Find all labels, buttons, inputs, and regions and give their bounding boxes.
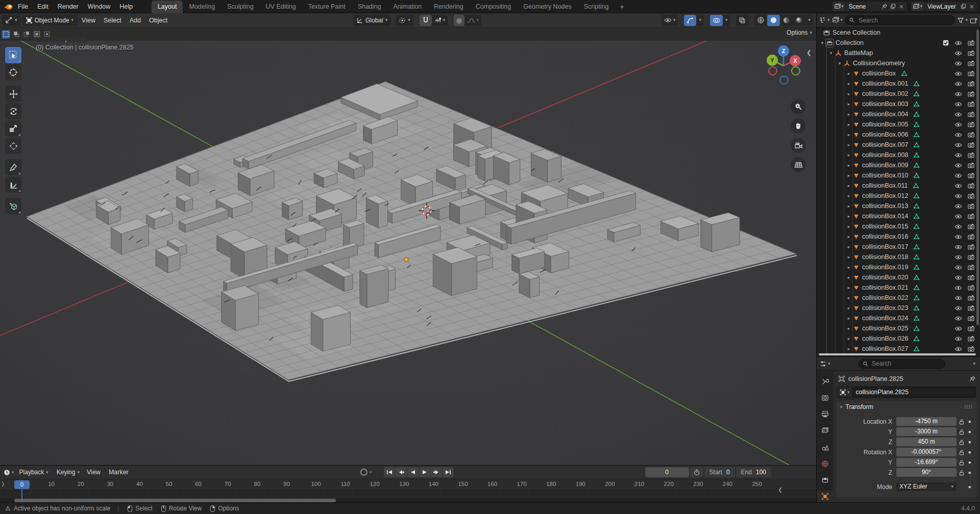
scene-name[interactable]: Scene <box>845 3 881 10</box>
outliner-display-mode-dropdown[interactable]: ▾ <box>832 16 843 24</box>
render-camera-icon[interactable] <box>967 39 975 47</box>
expand-icon[interactable]: ▸ <box>845 142 852 147</box>
timeline-editor-type-button[interactable]: ▾ <box>3 469 14 476</box>
render-camera-icon[interactable] <box>967 345 975 353</box>
copy-viewlayer-icon[interactable] <box>960 3 967 10</box>
viewport-options-dropdown[interactable]: Options▾ <box>787 29 812 36</box>
outliner-item-collision-box[interactable]: ▸ collisionBox.027 <box>817 344 980 354</box>
expand-icon[interactable]: ▸ <box>845 71 852 76</box>
panel-grip-icon[interactable] <box>964 404 973 409</box>
transform-panel-header[interactable]: ▾ Transform <box>836 401 977 413</box>
hide-eye-icon[interactable] <box>954 264 962 271</box>
render-camera-icon[interactable] <box>967 253 975 261</box>
menu-select[interactable]: Select <box>100 17 126 24</box>
expand-icon[interactable]: ▸ <box>845 101 852 107</box>
object-name-value[interactable]: collisionPlane.2825 <box>852 389 912 396</box>
hide-eye-icon[interactable] <box>954 345 962 353</box>
outliner-item-collision-box[interactable]: ▸ collisionBox.014 <box>817 211 980 221</box>
sidebar-collapse-arrow[interactable]: ❮ <box>806 49 812 56</box>
tool-measure[interactable] <box>5 176 21 193</box>
hide-eye-icon[interactable] <box>954 111 962 118</box>
object-name-field[interactable]: ▾ collisionPlane.2825 <box>837 387 976 398</box>
expand-icon[interactable]: ▸ <box>845 285 852 290</box>
hide-eye-icon[interactable] <box>954 70 962 78</box>
tab-world[interactable] <box>818 458 831 470</box>
hide-eye-icon[interactable] <box>954 304 962 312</box>
expand-icon[interactable]: ▸ <box>845 152 852 158</box>
outliner-item-collision-box[interactable]: ▸ collisionBox.012 <box>817 191 980 201</box>
timeline-tick[interactable]: 130 <box>404 479 414 487</box>
outliner-search-input[interactable] <box>857 16 951 24</box>
breadcrumb-object-name[interactable]: collisionPlane.2825 <box>848 375 903 382</box>
outliner-item-collision-box[interactable]: ▸ collisionBox.025 <box>817 323 980 333</box>
unlink-scene-icon[interactable] <box>898 4 904 10</box>
outliner-item-collision-box[interactable]: ▸ collisionBox.022 <box>817 293 980 303</box>
render-camera-icon[interactable] <box>967 202 975 210</box>
expand-icon[interactable]: ▸ <box>845 244 852 249</box>
hide-eye-icon[interactable] <box>954 335 962 343</box>
show-gizmo-toggle[interactable] <box>684 15 696 26</box>
hide-eye-icon[interactable] <box>954 60 962 67</box>
outliner-item-collision-box[interactable]: ▸ collisionBox.023 <box>817 303 980 313</box>
object-browse-icon[interactable]: ▾ <box>838 387 852 397</box>
hide-eye-icon[interactable] <box>954 223 962 230</box>
hide-eye-icon[interactable] <box>954 172 962 179</box>
expand-icon[interactable]: ▸ <box>845 224 852 229</box>
timeline-tick[interactable]: 80 <box>257 479 264 487</box>
viewlayer-selector[interactable]: ▾ ViewLayer <box>911 1 978 12</box>
scene-selector[interactable]: ▾ Scene <box>832 1 908 12</box>
add-workspace-button[interactable]: + <box>615 3 629 11</box>
editor-type-button[interactable]: ▾ <box>2 15 20 26</box>
render-camera-icon[interactable] <box>967 264 975 271</box>
outliner-item-collision-box[interactable]: ▸ collisionBox.006 <box>817 130 980 140</box>
timeline-tick[interactable]: 210 <box>640 479 649 487</box>
overlays-dropdown[interactable]: ▾ <box>723 15 730 26</box>
timeline-tick[interactable]: 150 <box>463 479 473 487</box>
tab-tool[interactable] <box>818 376 831 388</box>
play-button[interactable] <box>419 467 430 477</box>
timeline-tick[interactable]: 110 <box>346 479 355 487</box>
show-overlays-toggle[interactable] <box>710 15 723 26</box>
timeline-tick[interactable]: 10 <box>52 479 58 487</box>
render-camera-icon[interactable] <box>967 243 975 251</box>
play-reverse-button[interactable] <box>407 467 419 477</box>
hide-eye-icon[interactable] <box>954 315 962 322</box>
outliner-item-collision-box[interactable]: ▸ collisionBox <box>817 68 980 79</box>
render-camera-icon[interactable] <box>967 294 975 302</box>
timeline-marker-menu[interactable]: Marker <box>105 469 133 476</box>
lock-icon[interactable] <box>958 459 965 466</box>
collection-checkbox[interactable] <box>942 39 949 46</box>
expand-icon[interactable]: ▸ <box>845 81 852 86</box>
tool-transform[interactable] <box>5 138 21 154</box>
properties-search[interactable] <box>859 359 945 369</box>
timeline-channels[interactable] <box>0 490 816 498</box>
render-camera-icon[interactable] <box>967 172 975 179</box>
gizmo-y-axis[interactable]: Y <box>767 55 778 66</box>
workspace-tab[interactable]: Rendering <box>428 1 470 13</box>
falloff-dropdown[interactable]: ▾ <box>464 15 482 26</box>
workspace-tab[interactable]: Sculpting <box>221 1 259 13</box>
zoom-button[interactable] <box>791 99 806 114</box>
animate-dot[interactable]: ● <box>967 449 973 455</box>
workspace-tab[interactable]: Shading <box>352 1 387 13</box>
expand-icon[interactable]: ▸ <box>845 316 852 321</box>
render-camera-icon[interactable] <box>967 315 975 322</box>
workspace-tab[interactable]: UV Editing <box>260 1 302 13</box>
hide-eye-icon[interactable] <box>954 90 962 98</box>
timeline-tick[interactable]: 250 <box>757 479 767 487</box>
render-camera-icon[interactable] <box>967 213 975 220</box>
outliner-item-collision-box[interactable]: ▸ collisionBox.020 <box>817 272 980 282</box>
timeline-tick[interactable]: 100 <box>316 479 326 487</box>
copy-scene-icon[interactable] <box>890 3 896 10</box>
timeline-scrollbar-thumb[interactable] <box>14 499 336 502</box>
outliner-item-collision-box[interactable]: ▸ collisionBox.015 <box>817 221 980 232</box>
menu-add[interactable]: Add <box>126 17 145 24</box>
playback-menu[interactable]: Playback▾ <box>16 467 52 478</box>
timeline-tick[interactable]: 200 <box>610 479 620 487</box>
workspace-tab[interactable]: Animation <box>387 1 428 13</box>
lock-icon[interactable] <box>958 449 965 456</box>
frame-start-field[interactable]: Start0 <box>704 467 735 477</box>
expand-icon[interactable]: ▸ <box>845 91 852 96</box>
timeline-tick[interactable]: 70 <box>228 479 234 487</box>
timeline-collapse-arrow[interactable]: ❮ <box>778 487 782 493</box>
